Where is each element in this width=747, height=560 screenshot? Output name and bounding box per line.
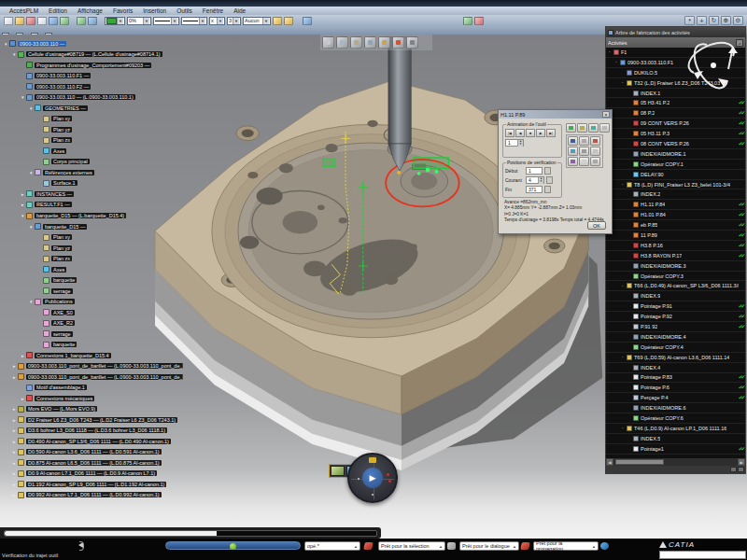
tree-node[interactable]: Plan yz xyxy=(2,124,310,135)
scroll-thumb[interactable] xyxy=(615,459,664,465)
tool-animation-dialog[interactable]: H1.11 P.89 × Animation de l'outil |◀◀■▶▶… xyxy=(498,109,613,234)
pause-option-icon[interactable] xyxy=(579,147,589,156)
menu-affichage[interactable]: Affichage xyxy=(78,7,103,14)
point-display-icon[interactable] xyxy=(577,123,587,133)
activity-node[interactable]: 08 P.2 ✔✔ xyxy=(606,108,745,119)
activity-node[interactable]: INDEX.9 xyxy=(606,291,745,301)
play-button[interactable]: ▶ xyxy=(536,129,545,137)
dialog-titlebar[interactable]: H1.11 P.89 × xyxy=(499,110,612,119)
propagation-status-combo[interactable]: Prêt pour la propagation ▲ xyxy=(533,541,599,551)
graphic-color-combo[interactable]: ▼ xyxy=(105,17,125,25)
go-to-start-button[interactable]: |◀ xyxy=(505,129,514,137)
machine-head-icon[interactable] xyxy=(369,457,376,463)
activity-node[interactable]: 09 CONT VERS P.26 ✔✔ xyxy=(606,119,745,129)
knowledge-icon[interactable] xyxy=(463,17,472,25)
activity-node[interactable]: Pointage P.83 ✔✔ xyxy=(606,373,745,384)
tree-node[interactable]: ▾ Publications xyxy=(2,296,310,307)
courant-pick-button[interactable] xyxy=(546,176,553,184)
tree-node[interactable]: ▾ GEOMETRIES — xyxy=(2,103,310,114)
collision-check-icon[interactable] xyxy=(392,36,404,49)
tree-node[interactable]: Plan zx xyxy=(2,253,310,264)
painter-icon[interactable] xyxy=(273,17,282,25)
tree-node[interactable]: Plan zx xyxy=(2,135,310,147)
layer-combo[interactable]: Aucun ▼ xyxy=(243,17,271,25)
activity-node[interactable]: INDEX.5 xyxy=(606,434,745,444)
report-option-icon[interactable] xyxy=(568,157,578,166)
video-option-icon[interactable] xyxy=(579,136,589,146)
zoom-out-icon[interactable]: ⊖ xyxy=(733,16,743,25)
tree-node[interactable]: barquette xyxy=(2,274,310,286)
menu-outils[interactable]: Outils xyxy=(176,7,192,14)
power-input-combo[interactable]: opé.* ▲ xyxy=(304,541,360,551)
link-manager-icon[interactable] xyxy=(303,17,312,25)
menu-edition[interactable]: Edition xyxy=(49,7,67,14)
close-video-option-icon[interactable] xyxy=(590,157,600,166)
machine-simulation-icon[interactable] xyxy=(406,36,418,49)
cut-icon[interactable] xyxy=(26,17,35,25)
horizontal-scrollbar[interactable]: ◀ ▶ xyxy=(606,458,745,466)
power-input-icon[interactable] xyxy=(363,542,374,550)
activity-node[interactable]: 08 CONT VERS P.26 ✔✔ xyxy=(606,139,745,149)
fly-mode-icon[interactable]: * xyxy=(684,16,695,25)
pointer-icon[interactable] xyxy=(88,17,97,25)
collision-option-icon[interactable] xyxy=(590,136,600,146)
thickness-combo[interactable]: 3 ▼ xyxy=(227,17,241,25)
photo-mode-icon[interactable] xyxy=(350,36,362,49)
courant-spinner[interactable]: 4 ▲▼ xyxy=(526,176,544,184)
analysis-icon[interactable] xyxy=(474,17,484,25)
tree-node[interactable]: Corps principal xyxy=(2,157,310,168)
transparency-combo[interactable]: 0% ▼ xyxy=(127,17,151,25)
tree-node[interactable]: Axes xyxy=(2,264,310,275)
activity-node[interactable]: 05 H3.41 P.2 ✔✔ xyxy=(606,98,745,108)
menu-aide[interactable]: Aide xyxy=(233,7,246,14)
tree-node[interactable]: serrage xyxy=(2,329,310,340)
activity-node[interactable]: INDEX/AIDMORE.1 xyxy=(606,149,745,160)
feedrate-display-icon[interactable] xyxy=(588,123,599,133)
selection-status-icon[interactable] xyxy=(447,542,456,550)
line-weight-combo[interactable]: ▼ xyxy=(153,17,179,25)
activity-node[interactable]: Opérateur COPY.1 xyxy=(606,160,745,170)
activity-node[interactable]: INDEX/AIDMORE.6 xyxy=(606,403,745,413)
tree-node[interactable]: ▾ Références externes xyxy=(2,167,310,178)
tree-node[interactable]: ▸ INSTANCES — xyxy=(2,189,310,200)
activity-node[interactable]: P.91 92 ✔✔ xyxy=(606,322,745,332)
tree-node[interactable]: Plan xy xyxy=(2,114,310,125)
close-icon[interactable]: × xyxy=(602,111,610,118)
fin-field[interactable]: 371 xyxy=(526,186,543,193)
rotate-icon[interactable]: ↻ xyxy=(709,16,719,25)
tree-node[interactable]: Programmes d'usinage_Comportement#09203 … xyxy=(2,60,310,71)
activity-node[interactable]: - T66 (L,D0.49) Al-canon_SP L3/6_D06 111… xyxy=(606,281,745,291)
activity-node[interactable]: eb P.85 ✔✔ xyxy=(606,220,745,231)
player-option-icon-1[interactable] xyxy=(331,466,345,476)
toolpath-display-icon[interactable] xyxy=(566,123,576,133)
tree-node[interactable]: Plan yz xyxy=(2,243,310,254)
tree-node[interactable]: 0900-33.003.110.F1 — xyxy=(2,71,310,82)
new-document-icon[interactable] xyxy=(4,17,13,25)
activity-node[interactable]: 05 H3.11 P.3 ✔✔ xyxy=(606,129,745,139)
tree-node[interactable]: AXE_R2 xyxy=(2,317,310,329)
tree-node[interactable]: Surface.1 xyxy=(2,178,310,189)
scroll-left-icon[interactable]: ◀ xyxy=(606,458,613,466)
menu-fenetre[interactable]: Fenêtre xyxy=(203,7,223,14)
tree-node[interactable]: ▸ Connexions mécaniques xyxy=(2,393,310,404)
panel-resize-icon[interactable] xyxy=(730,467,737,472)
tree-node[interactable]: ▸ Mors EVO — (L.Mors EVO.9) xyxy=(2,404,310,415)
activity-node[interactable]: Opérateur COPY.4 xyxy=(606,343,745,353)
spin-down-icon[interactable]: ▼ xyxy=(539,180,543,184)
photo-option-icon[interactable] xyxy=(568,136,578,146)
debut-pick-button[interactable] xyxy=(544,167,551,175)
catalog-icon[interactable] xyxy=(77,17,86,25)
go-to-end-button[interactable]: ▶| xyxy=(546,129,556,137)
menu-favoris[interactable]: Favoris xyxy=(113,7,133,14)
activity-node[interactable]: INDEX.2 xyxy=(606,189,745,200)
tree-node[interactable]: ▸ D3.6 bohrer L3_D06 1118 — (L.D3.6 bohr… xyxy=(2,426,310,437)
activity-node[interactable]: Pointage P.92 ✔✔ xyxy=(606,312,745,322)
activity-node[interactable]: - T69 (L,D0.59) Al-canon L3.6_D06 1111.1… xyxy=(606,353,745,363)
analyze-option-icon[interactable] xyxy=(568,147,578,156)
play-button[interactable]: ▶ xyxy=(362,468,383,488)
debut-field[interactable]: 1 xyxy=(526,167,543,175)
activity-node[interactable]: 11 P.89 ✔✔ xyxy=(606,231,745,241)
activity-node[interactable]: Opérateur COPY.3 xyxy=(606,272,745,282)
activity-node[interactable]: H3.8 RAYON P.17 ✔✔ xyxy=(606,251,745,261)
tree-node[interactable]: ▾ barquette_D15 — xyxy=(2,221,310,232)
